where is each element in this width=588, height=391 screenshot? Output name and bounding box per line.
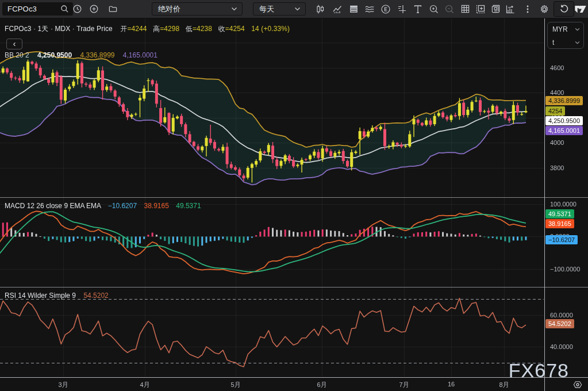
macd-title: MACD 12 26 close 9 EMA EMA <box>5 202 101 210</box>
currency-value: MYR <box>552 25 575 33</box>
ohlc-high-label: 高 <box>153 25 160 33</box>
rsi-tick-label: 60.0000 <box>550 312 573 319</box>
macd-tick-label: −100.0000 <box>550 266 580 273</box>
bb-basis-value: 4,250.9500 <box>37 51 72 59</box>
time-tick-label: 7月 <box>399 381 409 389</box>
measure-button[interactable] <box>394 0 410 18</box>
zoom-out-button[interactable] <box>441 0 458 18</box>
ohlc-high-value: =4298 <box>160 25 179 33</box>
zoom-out-icon <box>444 4 455 14</box>
watermark: FX678 <box>509 359 569 382</box>
change-value: 14 (+0.33%) <box>251 25 290 33</box>
price-tick-label: 4000 <box>550 139 564 146</box>
reset-icon <box>559 4 569 14</box>
macd-signal-value: 49.5371 <box>176 202 201 210</box>
circled-e-icon <box>381 4 391 14</box>
legend-symbol: FCPOc3 <box>5 25 32 33</box>
plus-circle-icon <box>89 4 99 14</box>
reset-chart-button[interactable] <box>554 1 574 17</box>
axis-badge-macd-hist: −10.6207 <box>545 235 578 244</box>
price-tick-label: 3800 <box>550 164 564 171</box>
indicator-templates-button[interactable] <box>345 0 362 18</box>
time-tick-label: 8月 <box>499 381 509 389</box>
economic-events-button[interactable] <box>378 0 394 18</box>
chevron-down-icon <box>294 7 301 11</box>
rsi-indicator-legend[interactable]: RSI 14 Wilder Simple 9 54.5202 <box>5 292 109 300</box>
stats-button[interactable] <box>502 0 518 18</box>
back-button[interactable]: ‹ <box>6 39 22 49</box>
compare-button[interactable] <box>362 0 378 18</box>
time-tick-label: 6月 <box>317 381 326 389</box>
interval-value: 每天 <box>253 4 294 14</box>
data-table-button[interactable] <box>457 0 473 18</box>
toolbar: FCPOc3 绝对价 每天 <box>0 0 588 18</box>
waves-icon <box>364 4 375 14</box>
hexagon-target-icon <box>573 380 582 389</box>
gear-icon <box>539 4 549 14</box>
text-tool-button[interactable] <box>410 0 426 18</box>
tv-logo-icon <box>575 6 587 13</box>
axis-badge-last-price: 4254 <box>545 106 565 116</box>
price-tick-label: 4600 <box>550 64 564 71</box>
ohlc-close-label: 收 <box>218 25 225 33</box>
more-menu-button[interactable] <box>520 0 536 18</box>
time-tick-label: 5月 <box>230 381 240 389</box>
layouts-folder-button[interactable] <box>105 0 121 18</box>
folder-icon <box>108 4 118 14</box>
settings-button[interactable] <box>536 0 552 18</box>
chevron-down-icon <box>231 7 237 11</box>
symbol-value: FCPOc3 <box>2 5 60 13</box>
legend-series-type: Trade Price <box>76 25 113 33</box>
bb-indicator-legend[interactable]: BB 20 2 4,250.9500 4,336.8999 4,165.0001 <box>5 51 157 59</box>
goto-realtime-button[interactable] <box>573 380 582 389</box>
ohlc-low-value: =4238 <box>193 25 212 33</box>
tradingview-logo[interactable] <box>575 0 587 18</box>
axis-badge-macd-line: 38.9165 <box>545 219 574 228</box>
candlestick-icon <box>315 4 325 14</box>
rsi-title: RSI 14 Wilder Simple 9 <box>5 292 76 300</box>
bb-upper-value: 4,336.8999 <box>80 51 114 59</box>
trading-chart-window: FCPOc3 绝对价 每天 <box>0 0 588 391</box>
table-icon <box>460 4 470 14</box>
unit-value: t <box>552 39 575 47</box>
time-tick-label: 4月 <box>140 381 149 389</box>
price-mode-select[interactable]: 绝对价 <box>152 2 243 16</box>
zoom-in-button[interactable] <box>426 0 442 18</box>
legend-exchange: MDX <box>55 25 70 33</box>
price-tick-label: 4400 <box>550 89 564 96</box>
chart-style-button[interactable] <box>312 0 328 18</box>
axis-badge-bb-upper: 4,336.8999 <box>545 96 583 105</box>
macd-indicator-legend[interactable]: MACD 12 26 close 9 EMA EMA −10.6207 38.9… <box>5 202 201 210</box>
news-icon <box>491 4 501 14</box>
bb-lower-value: 4,165.0001 <box>123 51 157 59</box>
time-tick-label: 16 <box>448 381 455 388</box>
currency-select[interactable]: MYR <box>548 22 583 36</box>
axis-badge-rsi-value: 54.5202 <box>545 319 574 328</box>
symbol-legend[interactable]: FCPOc3 · 1天 · MDX · Trade Price 开=4244 高… <box>5 24 290 34</box>
layers-icon <box>349 4 359 14</box>
zoom-in-icon <box>429 4 439 14</box>
ohlc-open-label: 开 <box>120 25 127 33</box>
currency-unit-selector: MYR t <box>547 22 584 49</box>
rsi-tick-label: 40.0000 <box>550 343 573 350</box>
history-clock-button[interactable] <box>69 0 85 18</box>
interval-select[interactable]: 每天 <box>253 2 306 16</box>
indicators-button[interactable] <box>329 0 345 18</box>
indicators-icon <box>332 4 343 14</box>
macd-line-value: 38.9165 <box>144 202 168 210</box>
macd-hist-value: −10.6207 <box>108 202 137 210</box>
clock-icon <box>72 4 82 14</box>
news-button[interactable] <box>487 0 504 18</box>
legend-interval: 1天 <box>38 25 49 33</box>
add-alert-button[interactable] <box>86 0 102 18</box>
dots-vertical-icon <box>523 5 532 14</box>
symbol-search-input[interactable]: FCPOc3 <box>2 2 73 16</box>
axis-badge-bb-basis: 4,250.9500 <box>545 116 583 125</box>
axis-badge-bb-lower: 4,165.0001 <box>545 126 583 135</box>
unit-select[interactable]: t <box>548 36 583 49</box>
time-tick-label: 3月 <box>58 381 68 389</box>
bb-title: BB 20 2 <box>5 51 29 59</box>
rsi-value: 54.5202 <box>83 292 108 300</box>
price-mode-value: 绝对价 <box>152 4 231 14</box>
snapshot-button[interactable] <box>472 0 489 18</box>
